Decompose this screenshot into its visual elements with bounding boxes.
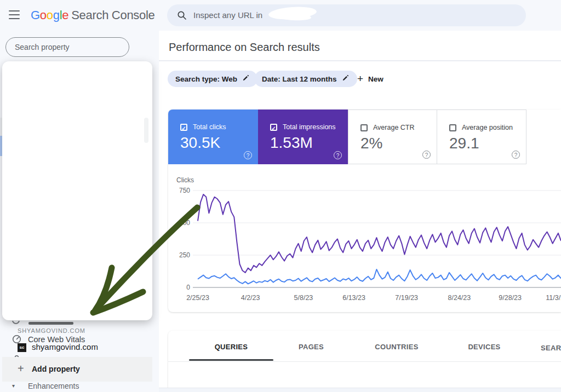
google-logo-text: Google [31,8,68,22]
obscured-label-fragment [28,322,73,325]
help-icon[interactable]: ? [244,151,252,159]
date-filter-chip[interactable]: Date: Last 12 months [254,71,357,87]
google-search-console-app: GoogleSearch Console Inspect any URL in … [0,0,561,392]
edit-pencil-icon [242,75,250,83]
x-tick-label: 6/13/23 [342,294,365,302]
url-inspect-placeholder: Inspect any URL in [193,10,262,20]
chevron-down-icon: ▾ [12,383,15,389]
tab-pages[interactable]: PAGES [299,343,324,351]
x-tick-label: 8/24/23 [448,294,471,302]
tab-queries[interactable]: QUERIES [215,343,248,351]
bottom-strip [159,388,561,392]
search-icon [177,10,187,22]
metric-value: 2% [360,135,382,152]
plus-icon: + [357,73,363,85]
metric-label: Average position [462,124,513,131]
performance-line-chart[interactable] [193,188,561,290]
url-inspect-searchbar[interactable]: Inspect any URL in [167,4,526,26]
search-type-filter-chip[interactable]: Search type: Web [168,71,257,87]
checkbox-checked-icon[interactable]: ✓ [180,124,187,131]
metric-value: 29.1 [449,135,479,152]
metric-label: Total clicks [193,123,226,131]
metric-label: Average CTR [373,124,415,131]
dropdown-scrollbar[interactable] [144,118,148,143]
tab-search-appearance[interactable]: SEARCH APPEARANCE [541,343,561,351]
date-chip-label: Date: Last 12 months [262,75,337,83]
x-tick-label: 5/8/23 [294,294,313,302]
help-icon[interactable]: ? [334,151,342,159]
metric-tile-average-ctr[interactable]: Average CTR 2% ? [348,109,437,164]
menu-icon[interactable] [9,10,21,20]
y-tick-label: 500 [165,219,190,227]
property-name: shyamgovind.com [32,342,98,351]
help-icon[interactable]: ? [422,151,431,159]
x-tick-label: 9/28/23 [499,294,522,302]
plus-icon: + [18,362,24,375]
help-icon[interactable]: ? [512,151,520,159]
app-logo: GoogleSearch Console [31,8,155,22]
sidebar-group-enhancements[interactable]: ▾ Enhancements [0,381,159,392]
y-tick-label: 750 [165,187,190,194]
property-section-header: SHYAMGOVIND.COM [18,327,85,334]
add-property-label: Add property [32,365,80,373]
y-tick-label: 250 [165,251,190,259]
y-tick-label: 0 [165,284,190,291]
obscured-icon [12,321,20,324]
x-tick-label: 11/3/23 [546,294,561,302]
metric-tile-total-impressions[interactable]: ✓ Total impressions 1.53M ? [258,109,348,164]
dimensions-tabs-card: QUERIES PAGES COUNTRIES DEVICES SEARCH A… [168,331,561,392]
site-favicon: sc [18,343,26,352]
checkbox-unchecked-icon[interactable] [360,124,368,131]
metric-label: Total impressions [283,123,336,131]
checkbox-checked-icon[interactable]: ✓ [270,124,277,131]
page-title: Performance on Search results [169,41,320,54]
x-axis-labels: 2/25/234/2/235/8/236/13/237/19/238/24/23… [193,294,561,303]
active-tab-underline [189,359,273,361]
tabs-divider [168,361,561,362]
x-tick-label: 4/2/23 [241,294,260,302]
edit-pencil-icon [342,75,350,83]
enhancements-label: Enhancements [28,382,79,390]
search-type-chip-label: Search type: Web [175,75,237,83]
metric-tile-average-position[interactable]: Average position 29.1 ? [437,109,526,164]
checkbox-unchecked-icon[interactable] [449,124,456,131]
property-list-item[interactable]: sc shyamgovind.com [2,338,152,357]
metric-value: 1.53M [270,134,313,152]
tab-countries[interactable]: COUNTRIES [375,343,418,351]
x-tick-label: 7/19/23 [395,294,418,302]
app-title: Search Console [71,8,154,22]
metric-value: 30.5K [180,134,220,152]
add-property-button[interactable]: + Add property [2,357,152,382]
new-filter-button[interactable]: + New [357,73,383,85]
title-divider [159,60,561,61]
property-dropdown-panel: SHYAMGOVIND.COM sc shyamgovind.com + Add… [2,61,152,320]
x-tick-label: 2/25/23 [186,294,209,302]
metric-tile-total-clicks[interactable]: ✓ Total clicks 30.5K ? [168,109,258,164]
search-property-input[interactable] [5,37,129,57]
y-axis-title: Clicks [176,176,194,184]
new-button-label: New [368,75,383,83]
tab-devices[interactable]: DEVICES [468,343,500,351]
